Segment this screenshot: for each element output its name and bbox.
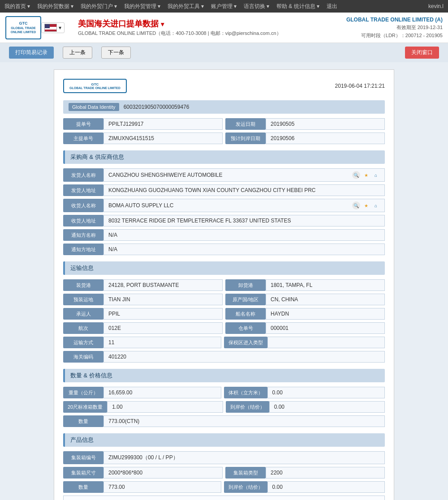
language-selector[interactable]: ▾ [41,22,65,33]
doc-logo: GTC GLOBAL TRADE ONLINE LIMITED [63,79,127,93]
notify-name-row: 通知方名称 N/A [63,229,385,241]
container-num-value: ZIMU2999300（00 / L / PP） [103,451,385,464]
arrival-price-label: 到岸价（结价） [226,401,269,413]
std-containers-value: 1.00 [107,401,223,413]
doc-header: GTC GLOBAL TRADE ONLINE LIMITED 2019-06-… [63,79,385,93]
std-containers-label: 20尺标准箱数量 [63,401,107,413]
valid-until: 有效期至 2019-12-31 [346,24,443,31]
section-product: 产品信息 [63,433,385,447]
company-name: GLOBAL TRADE ONLINE LIMITED (A) [346,17,443,23]
volume-value: 0.00 [267,387,385,398]
transport-mode-value: 11 [103,337,221,348]
top-navigation: 我的首页 ▾ 我的外贸数据 ▾ 我的外贸门户 ▾ 我的外贸管理 ▾ 我的外贸工具… [0,0,448,13]
nav-portal[interactable]: 我的外贸门户 ▾ [81,3,117,10]
logo-area: GTC GLOBAL TRADE ONLINE LIMITED [5,16,41,39]
page-title-area: 美国海关进口提单数据 ▾ GLOBAL TRADE ONLINE LIMITED… [78,18,346,37]
section-supplier: 采购商 & 供应商信息 [63,150,385,164]
doc-timestamp: 2019-06-04 17:21:21 [335,83,385,89]
bonded-zone-label: 保税区进入类型 [224,337,267,348]
container-sn-value: 000001 [266,322,385,334]
product-price-label: 到岸价（结价） [224,481,267,493]
notify-addr-row: 通知方地址 N/A [63,244,385,255]
home-icon[interactable]: ⌂ [372,201,380,209]
available-time: 可用时段（LDR）：200712 - 201905 [346,32,443,39]
nav-help[interactable]: 帮助 & 统计信息 ▾ [276,3,319,10]
voyage-container-row: 航次 012E 仓单号 000001 [63,322,385,334]
quantity-value: 773.00(CTN) [103,415,385,427]
container-sn-label: 仓单号 [225,322,266,334]
search-icon[interactable]: 🔍 [352,201,360,209]
consignee-name-row: 收货人名称 BOMA AUTO SUPPLY LLC 🔍 ★ ⌂ [63,199,385,212]
close-button[interactable]: 关闭窗口 [405,47,439,59]
origin-value: CN, CHINA [266,294,385,305]
container-type-label: 集装箱类型 [225,467,266,479]
container-type-value: 2200 [266,467,385,479]
container-num-label: 集装箱编号 [63,451,103,464]
nav-language[interactable]: 语言切换 ▾ [244,3,269,10]
bonded-zone-value [267,337,385,348]
master-bill-value: ZIMUXNG4151515 [103,132,223,144]
consignee-name-value: BOMA AUTO SUPPLY LLC 🔍 ★ ⌂ [103,199,385,212]
carrier-vessel-row: 承运人 PPIL 船名名称 HAYDN [63,308,385,320]
notify-name-value: N/A [103,229,385,241]
dest-port-label: 卸货港 [225,279,266,291]
bill-number-value: PPILTJ129917 [103,118,223,130]
voyage-value: 012E [103,322,223,334]
consignee-name-label: 收货人名称 [63,199,103,212]
prev-button[interactable]: 上一条 [63,47,92,59]
dest-port-value: 1801, TAMPA, FL [266,279,385,291]
print-button[interactable]: 打印简易记录 [9,47,54,59]
transport-origin-row: 预装运地 TIAN JIN 原产国/地区 CN, CHINA [63,294,385,305]
container-num-row: 集装箱编号 ZIMU2999300（00 / L / PP） [63,451,385,464]
containers-price-row: 20尺标准箱数量 1.00 到岸价（结价） 0.00 [63,401,385,413]
bill-number-row: 提单号 PPILTJ129917 发运日期 20190505 [63,118,385,130]
vessel-label: 船名名称 [225,308,266,320]
nav-trade-data[interactable]: 我的外贸数据 ▾ [37,3,73,10]
weight-label: 重量（公斤） [63,387,103,398]
product-qty-value: 773.00 [103,481,221,493]
search-icon[interactable]: 🔍 [352,171,360,179]
customs-code-label: 海关编码 [63,351,103,363]
arrival-price-value: 0.00 [269,401,385,413]
product-qty-price-row: 数量 773.00 到岸价（结价） 0.00 [63,481,385,493]
next-button[interactable]: 下一条 [101,47,131,59]
header-right: GLOBAL TRADE ONLINE LIMITED (A) 有效期至 201… [346,17,443,39]
volume-label: 体积（立方米） [224,387,267,398]
document-paper: GTC GLOBAL TRADE ONLINE LIMITED 2019-06-… [54,69,394,500]
shipper-addr-label: 发货人地址 [63,184,103,196]
nav-home[interactable]: 我的首页 ▾ [4,3,30,10]
nav-logout[interactable]: 退出 [327,3,337,10]
product-price-value: 0.00 [267,481,385,493]
customs-code-value: 401220 [103,351,385,363]
star-icon[interactable]: ★ [362,201,370,209]
home-icon[interactable]: ⌂ [372,171,380,179]
notify-addr-label: 通知方地址 [63,244,103,255]
vessel-value: HAYDN [266,308,385,320]
master-bill-row: 主提单号 ZIMUXNG4151515 预计到岸日期 20190506 [63,132,385,144]
user-info: kevin.l [428,3,444,9]
weight-value: 16,659.00 [103,387,221,398]
shipper-addr-value: KONGZHUANG GUOZHUANG TOWN XIAN COUNTY CA… [103,184,385,196]
nav-account[interactable]: 账户管理 ▾ [211,3,237,10]
company-logo: GTC GLOBAL TRADE ONLINE LIMITED [5,16,41,39]
identity-label: Global Data Identity [69,103,119,111]
container-size-label: 集装箱尺寸 [63,467,103,479]
identity-value: 6003201905070000059476 [124,104,190,110]
page-subtitle: GLOBAL TRADE ONLINE LIMITED（电话：400-710-3… [78,30,346,37]
est-arrival-label: 预计到岸日期 [225,132,266,144]
shipper-icons: 🔍 ★ ⌂ [352,171,380,179]
customs-code-row: 海关编码 401220 [63,351,385,363]
star-icon[interactable]: ★ [362,171,370,179]
page-title: 美国海关进口提单数据 ▾ [78,18,346,29]
notify-name-label: 通知方名称 [63,229,103,241]
nav-management[interactable]: 我的外贸管理 ▾ [124,3,160,10]
transport-mode-row: 运输方式 11 保税区进入类型 [63,337,385,348]
notify-addr-value: N/A [103,244,385,255]
shipper-name-label: 发货人名称 [63,168,103,182]
shipper-name-value: CANGZHOU SHENGSHIWEIYE AUTOMOBILE 🔍 ★ ⌂ [103,168,385,182]
loading-port-label: 装货港 [63,279,103,291]
section-transport: 运输信息 [63,261,385,275]
nav-tools[interactable]: 我的外贸工具 ▾ [168,3,204,10]
container-size-value: 2000*806*800 [103,467,223,479]
toolbar: 打印简易记录 上一条 下一条 关闭窗口 [0,43,448,62]
